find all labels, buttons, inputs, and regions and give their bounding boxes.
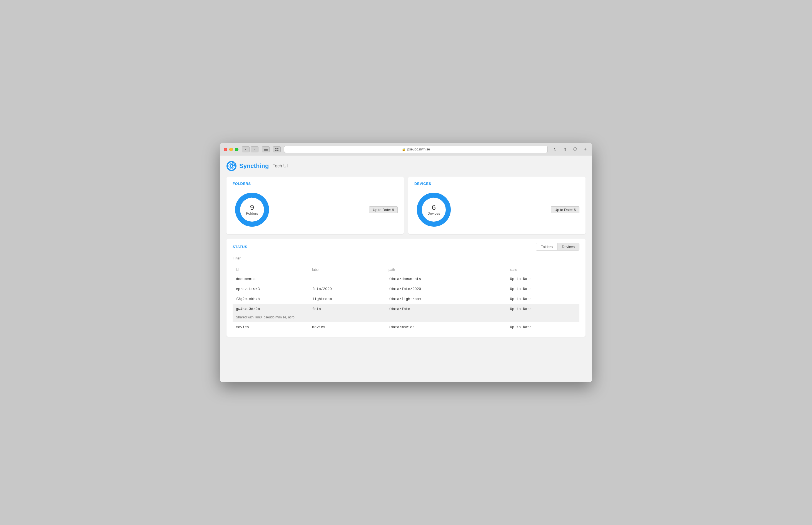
svg-rect-5 [275, 150, 277, 151]
devices-donut-label: 6 Devices [427, 204, 440, 215]
page-content: Syncthing Tech UI FOLDERS 9 Folders [220, 155, 592, 382]
svg-rect-2 [264, 150, 268, 151]
cell-id: f3g2c-xkhxh [233, 294, 309, 304]
data-table: id label path state documents /data/docu… [233, 266, 579, 332]
devices-count: 6 [427, 204, 440, 211]
folders-label: Folders [246, 211, 258, 215]
status-section: STATUS Folders Devices id label path sta… [227, 239, 585, 337]
cell-path: /data/foto/2020 [385, 284, 506, 294]
cell-id: movies [233, 322, 309, 332]
folders-stats: Up to Date: 9 [278, 206, 398, 213]
browser-chrome: ‹ › 🔒 pseudo.nym.se ↻ ⬆ ⓘ + [220, 143, 592, 155]
filter-input[interactable] [233, 254, 579, 262]
tab-folders[interactable]: Folders [536, 243, 557, 250]
fullscreen-button[interactable] [235, 148, 238, 151]
devices-label: Devices [427, 211, 440, 215]
svg-rect-3 [275, 148, 277, 149]
svg-rect-6 [277, 150, 279, 151]
table-header-row: id label path state [233, 266, 579, 274]
folders-count: 9 [246, 204, 258, 211]
devices-stats: Up to Date: 6 [460, 206, 579, 213]
cell-state: Up to Date [506, 304, 579, 314]
tab-devices[interactable]: Devices [558, 243, 579, 250]
cell-path: /data/documents [385, 274, 506, 284]
folders-uptodate-badge: Up to Date: 9 [369, 206, 398, 213]
col-header-label: label [309, 266, 386, 274]
col-header-id: id [233, 266, 309, 274]
forward-button[interactable]: › [251, 146, 259, 152]
lock-icon: 🔒 [402, 148, 406, 151]
minimize-button[interactable] [229, 148, 233, 151]
folders-panel-body: 9 Folders Up to Date: 9 [233, 190, 398, 229]
app-logo [227, 161, 236, 171]
back-button[interactable]: ‹ [242, 146, 250, 152]
devices-panel: DEVICES 6 Devices Up [408, 177, 585, 234]
browser-actions: ↻ ⬆ ⓘ [551, 146, 579, 152]
info-button[interactable]: ⓘ [571, 146, 579, 152]
shared-with-row: Shared with: lun0, pseudo.nym.se, acro [233, 314, 579, 322]
shared-with-text: Shared with: lun0, pseudo.nym.se, acro [233, 314, 579, 322]
col-header-state: state [506, 266, 579, 274]
devices-uptodate-badge: Up to Date: 6 [551, 206, 579, 213]
cell-label: foto [309, 304, 386, 314]
sidebar-toggle-button[interactable] [262, 146, 269, 152]
url-text: pseudo.nym.se [407, 147, 430, 151]
table-row[interactable]: gw4hx-3dz2m foto /data/foto Up to Date [233, 304, 579, 314]
tab-group: Folders Devices [536, 243, 579, 251]
cell-path: /data/movies [385, 322, 506, 332]
cell-label [309, 274, 386, 284]
col-header-path: path [385, 266, 506, 274]
table-row[interactable]: documents /data/documents Up to Date [233, 274, 579, 284]
cell-state: Up to Date [506, 294, 579, 304]
devices-donut-chart: 6 Devices [414, 190, 453, 229]
table-row[interactable]: epraz-ttwr3 foto/2020 /data/foto/2020 Up… [233, 284, 579, 294]
cell-path: /data/lightroom [385, 294, 506, 304]
app-name: Syncthing [239, 162, 269, 170]
devices-panel-title: DEVICES [414, 182, 579, 186]
table-row[interactable]: f3g2c-xkhxh lightroom /data/lightroom Up… [233, 294, 579, 304]
status-header: STATUS Folders Devices [233, 243, 579, 251]
folders-donut-label: 9 Folders [246, 204, 258, 215]
table-row[interactable]: movies movies /data/movies Up to Date [233, 322, 579, 332]
cell-state: Up to Date [506, 284, 579, 294]
folders-donut-chart: 9 Folders [233, 190, 271, 229]
app-subtitle: Tech UI [272, 164, 287, 168]
nav-buttons: ‹ › [242, 146, 259, 152]
address-bar[interactable]: 🔒 pseudo.nym.se [284, 146, 548, 153]
status-title: STATUS [233, 245, 247, 249]
reload-button[interactable]: ↻ [551, 146, 559, 152]
folders-panel: FOLDERS 9 Folders Up [227, 177, 404, 234]
folders-uptodate-label: Up to Date: [373, 208, 391, 212]
cell-state: Up to Date [506, 274, 579, 284]
svg-point-8 [231, 165, 232, 167]
devices-panel-body: 6 Devices Up to Date: 6 [414, 190, 579, 229]
cell-id: epraz-ttwr3 [233, 284, 309, 294]
share-button[interactable]: ⬆ [561, 146, 569, 152]
svg-rect-0 [264, 148, 268, 148]
svg-rect-1 [264, 149, 268, 150]
browser-window: ‹ › 🔒 pseudo.nym.se ↻ ⬆ ⓘ + [220, 143, 592, 382]
cell-label: lightroom [309, 294, 386, 304]
folders-uptodate-value: 9 [392, 208, 394, 212]
app-header: Syncthing Tech UI [227, 161, 585, 171]
traffic-lights [224, 148, 238, 151]
grid-view-button[interactable] [273, 146, 281, 152]
cell-id: gw4hx-3dz2m [233, 304, 309, 314]
panels-row: FOLDERS 9 Folders Up [227, 177, 585, 234]
cell-label: movies [309, 322, 386, 332]
close-button[interactable] [224, 148, 227, 151]
folders-panel-title: FOLDERS [233, 182, 398, 186]
devices-uptodate-value: 6 [574, 208, 576, 212]
devices-uptodate-label: Up to Date: [555, 208, 573, 212]
cell-id: documents [233, 274, 309, 284]
cell-label: foto/2020 [309, 284, 386, 294]
svg-rect-4 [277, 148, 279, 149]
cell-path: /data/foto [385, 304, 506, 314]
add-tab-button[interactable]: + [582, 146, 588, 152]
cell-state: Up to Date [506, 322, 579, 332]
